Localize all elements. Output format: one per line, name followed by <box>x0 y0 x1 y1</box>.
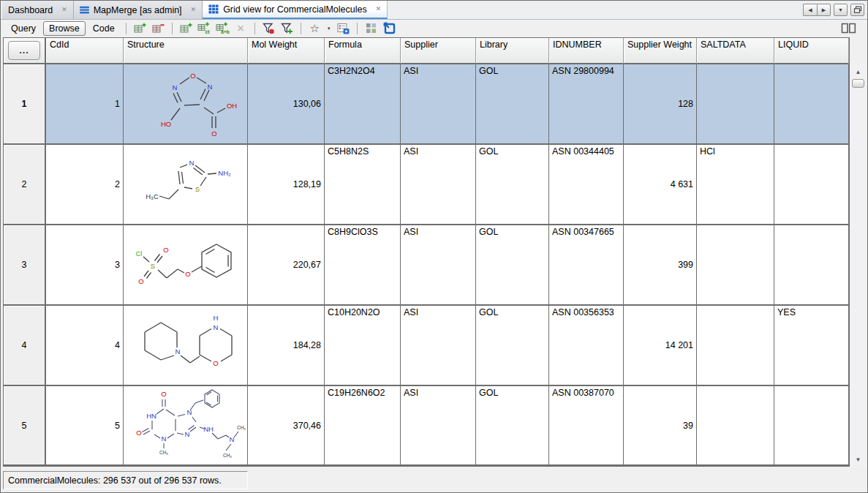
cell-saltdata[interactable] <box>697 306 774 386</box>
column-header-liquid[interactable]: LIQUID <box>774 38 849 64</box>
column-header-idnumber[interactable]: IDNUMBER <box>549 38 624 64</box>
cell-mol-weight[interactable]: 128,19 <box>248 145 325 225</box>
cell-formula[interactable]: C8H9ClO3S <box>325 225 401 306</box>
cell-library[interactable]: GOL <box>476 306 549 386</box>
cell-mol-weight[interactable]: 220,67 <box>248 225 325 306</box>
svg-text:CH₃: CH₃ <box>222 453 231 458</box>
cell-library[interactable]: GOL <box>476 225 549 306</box>
grid-plus-ct-icon[interactable]: ct <box>196 21 213 36</box>
code-mode-button[interactable]: Code <box>87 21 121 36</box>
tab-close-icon[interactable]: ✕ <box>376 6 382 12</box>
cell-formula[interactable]: C10H20N2O <box>325 306 401 386</box>
column-header-supplier[interactable]: Supplier <box>401 38 476 64</box>
row-header[interactable]: 3 <box>4 225 46 306</box>
column-header-mol-weight[interactable]: Mol Weight <box>248 38 325 64</box>
cell-idnumber[interactable]: ASN 00347665 <box>549 225 624 306</box>
cell-liquid[interactable] <box>774 145 849 225</box>
tab-dashboard[interactable]: Dashboard ✕ <box>2 1 74 19</box>
tab-mapmerge[interactable]: MapMerge [as admin] ✕ <box>74 1 203 19</box>
column-header-formula[interactable]: Formula <box>325 38 401 64</box>
scroll-up-button[interactable]: ▲ <box>851 66 865 78</box>
cell-structure[interactable]: Cl S O O O <box>124 225 248 306</box>
cell-formula[interactable]: C5H8N2S <box>325 145 401 225</box>
column-header-library[interactable]: Library <box>476 38 549 64</box>
cell-idnumber[interactable]: ASN 29800994 <box>549 64 624 145</box>
cell-liquid[interactable] <box>774 64 849 145</box>
tab-grid-view[interactable]: Grid view for CommercialMolecules ✕ <box>203 1 388 19</box>
scrollbar-thumb[interactable] <box>852 79 864 88</box>
cell-cdid[interactable]: 3 <box>46 225 124 306</box>
column-header-structure[interactable]: Structure <box>124 38 248 64</box>
cell-liquid[interactable] <box>774 386 849 466</box>
pattern-squares-icon[interactable] <box>363 21 380 36</box>
scroll-tabs-right-button[interactable]: ▶ <box>817 4 831 16</box>
column-header-supplier-weight[interactable]: Supplier Weight <box>624 38 697 64</box>
cell-saltdata[interactable] <box>697 64 774 145</box>
star-icon[interactable]: ☆ <box>306 21 323 36</box>
cell-supplier-weight[interactable]: 128 <box>624 64 697 145</box>
scroll-down-button[interactable]: ▼ <box>851 454 865 465</box>
svg-text:N: N <box>189 159 194 167</box>
cell-saltdata[interactable] <box>697 225 774 306</box>
cell-supplier[interactable]: ASI <box>401 64 476 145</box>
export-window-icon[interactable] <box>381 21 398 36</box>
cell-supplier[interactable]: ASI <box>401 145 476 225</box>
row-header[interactable]: 5 <box>4 386 46 466</box>
tab-close-icon[interactable]: ✕ <box>191 7 197 13</box>
cell-cdid[interactable]: 4 <box>46 306 124 386</box>
grid-plus-2-icon[interactable] <box>178 21 195 36</box>
star-dropdown-icon[interactable]: ▼ <box>325 21 333 36</box>
cell-idnumber[interactable]: ASN 00387070 <box>549 386 624 466</box>
cell-supplier-weight[interactable]: 399 <box>624 225 697 306</box>
cell-structure[interactable]: O N N HO OH O <box>124 64 248 145</box>
column-header-saltdata[interactable]: SALTDATA <box>697 38 774 64</box>
query-mode-button[interactable]: Query <box>5 21 42 36</box>
cell-cdid[interactable]: 1 <box>46 64 124 145</box>
filter-add-icon[interactable] <box>279 21 295 36</box>
cell-cdid[interactable]: 5 <box>46 386 124 466</box>
grid-minus-icon[interactable] <box>150 21 167 36</box>
cell-cdid[interactable]: 2 <box>46 145 124 225</box>
cell-formula[interactable]: C3H2N2O4 <box>325 64 401 145</box>
delete-icon-disabled[interactable]: ✕ <box>233 21 249 36</box>
grid-options-button[interactable]: ... <box>8 41 40 60</box>
svg-text:N: N <box>207 83 212 91</box>
row-header[interactable]: 4 <box>4 306 46 386</box>
cell-saltdata[interactable] <box>697 386 774 466</box>
vertical-scrollbar[interactable]: ▲ ▼ <box>850 64 867 467</box>
browse-mode-button[interactable]: Browse <box>43 21 86 36</box>
cell-supplier[interactable]: ASI <box>401 386 476 466</box>
cell-structure[interactable]: O HN O N CH₃ N N NH N CH₃ CH₃ <box>124 386 248 466</box>
cell-supplier-weight[interactable]: 39 <box>624 386 697 466</box>
cell-library[interactable]: GOL <box>476 64 549 145</box>
book-icon[interactable] <box>840 21 857 36</box>
restore-window-button[interactable] <box>850 4 864 16</box>
column-header-cdid[interactable]: CdId <box>46 38 124 64</box>
cell-idnumber[interactable]: ASN 00356353 <box>549 306 624 386</box>
cell-idnumber[interactable]: ASN 00344405 <box>549 145 624 225</box>
filter-red-icon[interactable] <box>260 21 277 36</box>
cell-supplier[interactable]: ASI <box>401 225 476 306</box>
scroll-tabs-left-button[interactable]: ◀ <box>803 4 817 16</box>
cell-liquid[interactable] <box>774 225 849 306</box>
cell-library[interactable]: GOL <box>476 386 549 466</box>
cell-mol-weight[interactable]: 370,46 <box>248 386 325 466</box>
cell-supplier[interactable]: ASI <box>401 306 476 386</box>
grid-plus-icon[interactable] <box>132 21 148 36</box>
cell-mol-weight[interactable]: 130,06 <box>248 64 325 145</box>
cell-formula[interactable]: C19H26N6O2 <box>325 386 401 466</box>
tab-close-icon[interactable]: ✕ <box>61 7 67 13</box>
cell-library[interactable]: GOL <box>476 145 549 225</box>
cell-supplier-weight[interactable]: 4 631 <box>624 145 697 225</box>
row-header[interactable]: 2 <box>4 145 46 225</box>
cell-structure[interactable]: N H N O <box>124 306 248 386</box>
row-header[interactable]: 1 <box>4 64 46 145</box>
cell-structure[interactable]: N NH₂ S H₃C <box>124 145 248 225</box>
list-manager-icon[interactable] <box>335 21 352 36</box>
cell-mol-weight[interactable]: 184,28 <box>248 306 325 386</box>
cell-saltdata[interactable]: HCl <box>697 145 774 225</box>
grid-plus-ab-icon[interactable]: a+b <box>214 21 231 36</box>
tab-list-dropdown-button[interactable]: ▼ <box>834 4 848 16</box>
cell-supplier-weight[interactable]: 14 201 <box>624 306 697 386</box>
cell-liquid[interactable]: YES <box>774 306 849 386</box>
